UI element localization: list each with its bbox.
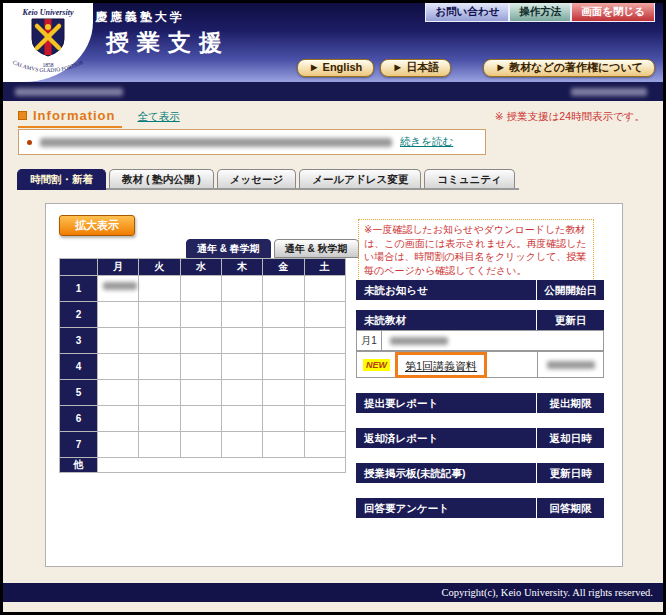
tab-email-change[interactable]: メールアドレス変更	[299, 169, 421, 188]
english-button[interactable]: ► English	[297, 59, 375, 77]
contact-button[interactable]: お問い合わせ	[425, 3, 509, 22]
day-header: 水	[180, 259, 221, 276]
notice-box: ※一度確認したお知らせやダウンロードした教材は、この画面には表示されません。再度…	[358, 219, 594, 281]
timetable-cell	[263, 380, 304, 406]
timetable-cell	[98, 276, 139, 302]
timetable-row: 5	[60, 380, 346, 406]
material-item-row: NEW 第1回講義資料	[356, 351, 604, 378]
tab-timetable-new[interactable]: 時間割・新着	[17, 169, 106, 190]
close-screen-button[interactable]: 画面を閉じる	[571, 3, 655, 22]
read-more-link[interactable]: 続きを読む	[400, 135, 453, 149]
user-bar	[3, 82, 663, 101]
timetable-cell	[180, 380, 221, 406]
tab-fall-semester[interactable]: 通年 & 秋学期	[274, 239, 359, 258]
material-slot: 月1	[357, 331, 382, 350]
timetable-cell	[304, 432, 345, 458]
show-all-link[interactable]: 全て表示	[138, 110, 180, 124]
header-buttons: お問い合わせ 操作方法 画面を閉じる	[425, 3, 655, 22]
tab-materials[interactable]: 教材 ( 塾内公開 )	[109, 169, 214, 188]
timetable-cell	[221, 380, 262, 406]
redacted-announcement	[40, 138, 392, 147]
section-date-label: 提出期限	[536, 393, 604, 413]
timetable-cell	[263, 432, 304, 458]
timetable-cell	[139, 432, 180, 458]
section-date-label: 更新日時	[536, 463, 604, 483]
timetable-row: 3	[60, 328, 346, 354]
page: Keio University 1858 CALAMVS GLADIO FORT…	[3, 3, 663, 612]
timetable-header-row: 月火水木金土	[60, 259, 346, 276]
timetable-cell	[304, 328, 345, 354]
timetable-cell	[263, 276, 304, 302]
redacted-date	[571, 88, 647, 96]
section-title: 提出要レポート	[356, 393, 536, 413]
section-returned-reports: 返却済レポート 返却日時	[356, 428, 604, 448]
section-class-board: 授業掲示板(未読記事) 更新日時	[356, 463, 604, 483]
information-label: Information	[33, 108, 116, 123]
information-header: Information 全て表示	[18, 108, 180, 128]
section-title: 未読お知らせ	[356, 280, 536, 300]
section-unread-materials: 未読教材 更新日	[356, 310, 604, 330]
tab-messages[interactable]: メッセージ	[217, 169, 296, 188]
period-label: 5	[60, 380, 98, 406]
section-title: 返却済レポート	[356, 428, 536, 448]
material-copyright-button[interactable]: ► 教材などの著作権について	[483, 59, 655, 77]
timetable-cell	[139, 406, 180, 432]
redacted-course-link[interactable]	[103, 282, 137, 290]
other-label: 他	[60, 458, 98, 473]
expand-button[interactable]: 拡大表示	[59, 215, 135, 236]
header: Keio University 1858 CALAMVS GLADIO FORT…	[3, 3, 663, 82]
new-badge: NEW	[363, 359, 390, 371]
redacted-material-date	[547, 361, 595, 369]
university-name: 慶應義塾大学	[95, 9, 185, 26]
information-icon	[18, 111, 27, 120]
timetable-row: 1	[60, 276, 346, 302]
section-title: 未読教材	[356, 310, 536, 330]
section-title: 授業掲示板(未読記事)	[356, 463, 536, 483]
section-date-label: 公開開始日	[536, 280, 604, 300]
timetable-cell	[180, 302, 221, 328]
timetable: 月火水木金土1234567他	[59, 258, 346, 473]
timetable-other-cell	[98, 458, 346, 473]
day-header: 木	[221, 259, 262, 276]
bullet-icon	[27, 140, 32, 145]
guide-button[interactable]: 操作方法	[509, 3, 571, 22]
timetable-cell	[98, 406, 139, 432]
timetable-other-row: 他	[60, 458, 346, 473]
section-surveys: 回答要アンケート 回答期限	[356, 498, 604, 518]
period-label: 6	[60, 406, 98, 432]
timetable-cell	[304, 406, 345, 432]
semester-tabs: 通年 & 春学期 通年 & 秋学期	[186, 239, 359, 258]
tab-spring-semester[interactable]: 通年 & 春学期	[186, 239, 271, 258]
timetable-cell	[263, 302, 304, 328]
24h-note: ※ 授業支援は24時間表示です。	[495, 110, 645, 124]
section-date-label: 返却日時	[536, 428, 604, 448]
timetable-row: 4	[60, 354, 346, 380]
timetable-cell	[180, 328, 221, 354]
period-label: 7	[60, 432, 98, 458]
timetable-cell	[304, 302, 345, 328]
section-date-label: 更新日	[536, 310, 604, 330]
material-link[interactable]: 第1回講義資料	[405, 360, 477, 372]
section-reports-due: 提出要レポート 提出期限	[356, 393, 604, 413]
timetable-cell	[263, 354, 304, 380]
timetable-row: 2	[60, 302, 346, 328]
timetable-cell	[221, 276, 262, 302]
footer: Copyright(c), Keio University. All right…	[3, 583, 663, 602]
timetable-cell	[139, 380, 180, 406]
section-title: 回答要アンケート	[356, 498, 536, 518]
timetable-cell	[304, 354, 345, 380]
copyright-text: Copyright(c), Keio University. All right…	[441, 587, 653, 598]
main-tabs: 時間割・新着 教材 ( 塾内公開 ) メッセージ メールアドレス変更 コミュニテ…	[17, 169, 519, 190]
timetable-cell	[180, 432, 221, 458]
redacted-course-name	[390, 337, 448, 345]
day-header: 月	[98, 259, 139, 276]
timetable-cell	[221, 406, 262, 432]
section-unread-announcements: 未読お知らせ 公開開始日	[356, 280, 604, 300]
information-box: 続きを読む	[18, 129, 486, 155]
japanese-button[interactable]: ► 日本語	[380, 59, 451, 77]
tab-community[interactable]: コミュニティ	[424, 169, 514, 188]
timetable-cell	[263, 406, 304, 432]
material-course-row: 月1	[356, 330, 604, 351]
timetable-cell	[221, 302, 262, 328]
timetable-cell	[180, 276, 221, 302]
